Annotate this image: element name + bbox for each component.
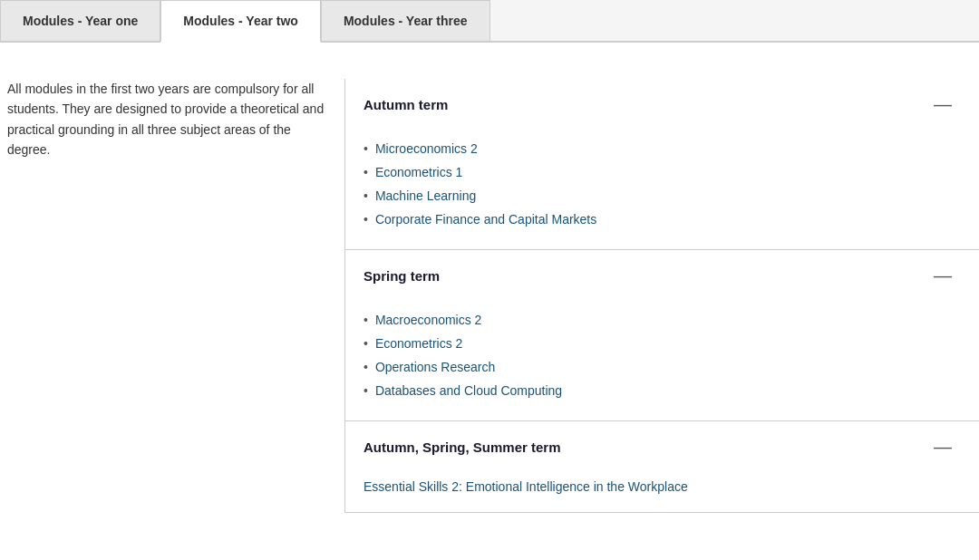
accordion-body-spring: Macroeconomics 2 Econometrics 2 Operatio…: [345, 301, 979, 420]
accordion-body-autumn: Microeconomics 2 Econometrics 1 Machine …: [345, 130, 979, 249]
essential-skills-link[interactable]: Essential Skills 2: Emotional Intelligen…: [345, 472, 979, 512]
accordion-header-all-terms[interactable]: Autumn, Spring, Summer term —: [363, 421, 979, 472]
list-item: Econometrics 1: [363, 160, 961, 184]
list-item: Databases and Cloud Computing: [363, 379, 961, 402]
accordion-header-autumn[interactable]: Autumn term —: [363, 79, 979, 130]
module-link[interactable]: Econometrics 1: [375, 165, 462, 179]
module-link[interactable]: Operations Research: [375, 360, 495, 374]
accordion-toggle-all-terms: —: [934, 438, 952, 456]
module-link[interactable]: Microeconomics 2: [375, 141, 478, 156]
accordion-autumn-term: Autumn term — Microeconomics 2 Econometr…: [345, 79, 979, 250]
tab-year-three[interactable]: Modules - Year three: [321, 0, 490, 41]
tab-year-one[interactable]: Modules - Year one: [0, 0, 160, 41]
tabs-container: Modules - Year one Modules - Year two Mo…: [0, 0, 979, 43]
list-item: Microeconomics 2: [363, 137, 961, 160]
module-link[interactable]: Machine Learning: [375, 188, 476, 203]
description-text: All modules in the first two years are c…: [7, 79, 326, 160]
accordion-title-spring: Spring term: [363, 268, 440, 284]
list-item: Econometrics 2: [363, 332, 961, 355]
module-link[interactable]: Corporate Finance and Capital Markets: [375, 212, 596, 227]
module-link[interactable]: Databases and Cloud Computing: [375, 383, 562, 398]
accordion-spring-term: Spring term — Macroeconomics 2 Econometr…: [345, 250, 979, 421]
accordion-autumn-spring-summer: Autumn, Spring, Summer term — Essential …: [345, 421, 979, 513]
list-item: Macroeconomics 2: [363, 308, 961, 332]
accordion-toggle-spring: —: [934, 266, 952, 285]
module-link[interactable]: Econometrics 2: [375, 336, 462, 351]
module-list-autumn: Microeconomics 2 Econometrics 1 Machine …: [363, 137, 961, 231]
accordion-title-autumn: Autumn term: [363, 97, 448, 112]
accordion-title-all-terms: Autumn, Spring, Summer term: [363, 439, 561, 455]
main-content: All modules in the first two years are c…: [0, 43, 979, 531]
right-panel: Autumn term — Microeconomics 2 Econometr…: [344, 79, 979, 513]
tab-year-two[interactable]: Modules - Year two: [160, 0, 321, 43]
module-list-spring: Macroeconomics 2 Econometrics 2 Operatio…: [363, 308, 961, 402]
list-item: Machine Learning: [363, 184, 961, 208]
list-item: Operations Research: [363, 355, 961, 379]
accordion-toggle-autumn: —: [934, 95, 952, 113]
module-link[interactable]: Macroeconomics 2: [375, 313, 482, 327]
left-panel: All modules in the first two years are c…: [0, 79, 344, 513]
accordion-header-spring[interactable]: Spring term —: [363, 250, 979, 301]
list-item: Corporate Finance and Capital Markets: [363, 208, 961, 231]
